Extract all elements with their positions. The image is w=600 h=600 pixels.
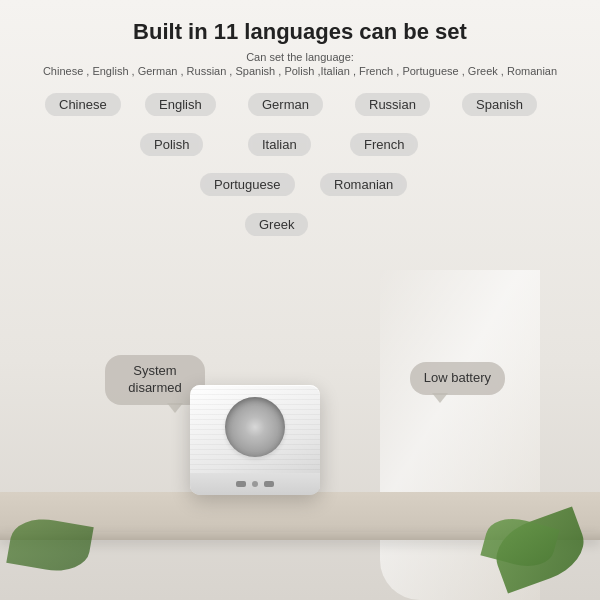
lang-tag-polish: Polish	[140, 133, 203, 156]
lang-tag-italian: Italian	[248, 133, 311, 156]
lang-tag-french: French	[350, 133, 418, 156]
lang-tag-english: English	[145, 93, 216, 116]
usb-port	[236, 481, 246, 487]
led-indicator	[252, 481, 258, 487]
device-wrapper	[190, 385, 320, 495]
lang-list: Chinese , English , German , Russian , S…	[20, 65, 580, 77]
lang-tag-chinese: Chinese	[45, 93, 121, 116]
language-tags-area: ChineseEnglishGermanRussianSpanishPolish…	[0, 83, 600, 243]
lang-tag-russian: Russian	[355, 93, 430, 116]
usb-port-2	[264, 481, 274, 487]
smart-speaker-device	[190, 385, 320, 495]
lang-tag-spanish: Spanish	[462, 93, 537, 116]
header: Built in 11 languages can be set Can set…	[0, 0, 600, 83]
main-title: Built in 11 languages can be set	[20, 18, 580, 47]
page: Built in 11 languages can be set Can set…	[0, 0, 600, 600]
device-bottom-ports	[190, 473, 320, 495]
lang-tag-romanian: Romanian	[320, 173, 407, 196]
device-speaker-top	[225, 397, 285, 457]
lang-tag-greek: Greek	[245, 213, 308, 236]
lang-tag-german: German	[248, 93, 323, 116]
subtitle: Can set the language:	[20, 51, 580, 63]
lang-tag-portuguese: Portuguese	[200, 173, 295, 196]
bubble-battery: Low battery	[410, 362, 505, 395]
scene: Systemdisarmed Low battery	[0, 270, 600, 600]
